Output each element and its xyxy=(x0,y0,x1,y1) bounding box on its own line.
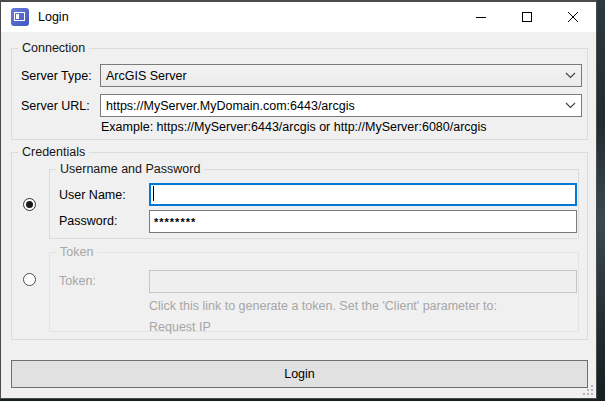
username-password-radio[interactable] xyxy=(23,198,36,211)
token-client-value: Request IP xyxy=(149,320,211,334)
server-url-combobox[interactable]: https://MyServer.MyDomain.com:6443/arcgi… xyxy=(100,94,582,117)
server-type-label: Server Type: xyxy=(21,69,92,83)
credentials-group-label: Credentials xyxy=(18,145,89,160)
token-group-label: Token xyxy=(56,245,97,260)
server-type-value: ArcGIS Server xyxy=(101,69,559,83)
username-password-group-label: Username and Password xyxy=(56,162,204,177)
token-radio[interactable] xyxy=(23,273,36,286)
user-name-label: User Name: xyxy=(59,188,126,202)
maximize-button[interactable] xyxy=(504,2,550,32)
minimize-button[interactable] xyxy=(458,2,504,32)
password-label: Password: xyxy=(59,214,117,228)
text-caret xyxy=(153,186,154,201)
resize-grip-icon[interactable] xyxy=(583,385,593,395)
token-input[interactable] xyxy=(149,270,577,293)
titlebar[interactable]: Login xyxy=(1,2,596,32)
server-url-value: https://MyServer.MyDomain.com:6443/arcgi… xyxy=(101,99,559,113)
chevron-down-icon[interactable] xyxy=(559,72,581,79)
server-url-example-text: Example: https://MyServer:6443/arcgis or… xyxy=(101,120,487,134)
app-window-icon xyxy=(11,8,29,26)
password-input[interactable] xyxy=(149,210,577,233)
maximize-icon xyxy=(521,11,533,23)
login-button[interactable]: Login xyxy=(11,360,588,388)
connection-group-label: Connection xyxy=(18,41,89,56)
login-dialog: Login Connection Server Type: ArcG xyxy=(0,0,597,399)
chevron-down-icon[interactable] xyxy=(559,102,581,109)
token-label: Token: xyxy=(59,274,96,288)
minimize-icon xyxy=(475,11,487,23)
token-help-text: Click this link to generate a token. Set… xyxy=(149,299,497,313)
user-name-input[interactable] xyxy=(149,183,577,206)
close-icon xyxy=(567,11,579,23)
window-title: Login xyxy=(38,10,69,24)
server-type-combobox[interactable]: ArcGIS Server xyxy=(100,64,582,87)
server-url-label: Server URL: xyxy=(21,99,90,113)
close-button[interactable] xyxy=(550,2,596,32)
